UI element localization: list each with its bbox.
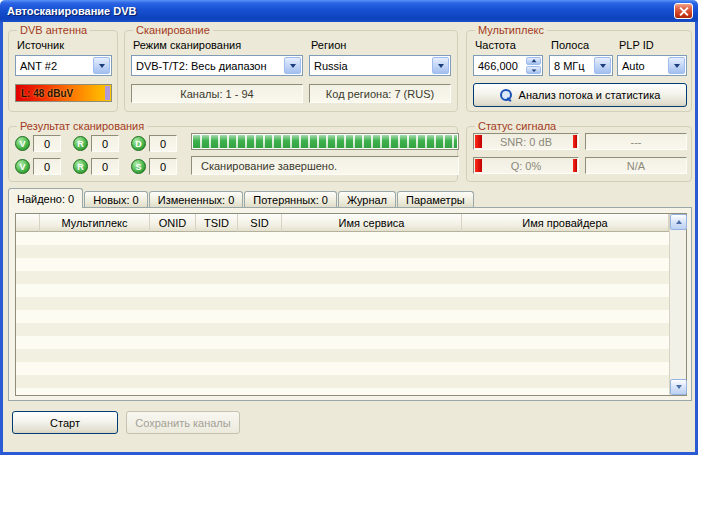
- region-code-text: Код региона: 7 (RUS): [326, 88, 434, 100]
- counter-value: 0: [33, 158, 61, 175]
- meter-min-marker: [475, 135, 482, 148]
- close-icon: [679, 7, 688, 16]
- signal-level-indicator: L: 48 dBuV: [15, 84, 112, 102]
- column-header-service-name[interactable]: Имя сервиса: [282, 214, 462, 232]
- region-code-panel: Код региона: 7 (RUS): [309, 84, 451, 103]
- channels-table[interactable]: Мультиплекс ONID TSID SID Имя сервиса Им…: [15, 213, 687, 396]
- tab-page-found: Мультиплекс ONID TSID SID Имя сервиса Им…: [8, 207, 692, 401]
- scan-progress-fill: [193, 135, 457, 148]
- tab-found[interactable]: Найдено: 0: [8, 188, 83, 208]
- radio-service-icon: R: [73, 136, 88, 151]
- scan-counter-data: D 0: [131, 135, 177, 152]
- frequency-input[interactable]: 466,000: [473, 55, 543, 76]
- scan-counter-radio-2: R 0: [73, 158, 119, 175]
- frequency-label: Частота: [475, 39, 516, 51]
- region-label: Регион: [311, 39, 346, 51]
- group-dvb-antenna: DVB антенна Источник ANT #2 L: 48 dBuV: [8, 30, 118, 112]
- chevron-down-icon[interactable]: [432, 57, 449, 74]
- counter-value: 0: [91, 135, 119, 152]
- spin-down-icon[interactable]: [526, 66, 541, 74]
- scan-counter-tv-1: V 0: [15, 135, 61, 152]
- autoscan-window: Автосканирование DVB DVB антенна Источни…: [0, 0, 698, 455]
- title-bar[interactable]: Автосканирование DVB: [0, 0, 698, 22]
- chevron-down-icon[interactable]: [284, 57, 301, 74]
- magnifier-icon: [500, 89, 513, 102]
- counter-value: 0: [33, 135, 61, 152]
- snr-value-panel: ---: [585, 133, 687, 150]
- analyze-stream-button-label: Анализ потока и статистика: [519, 89, 661, 101]
- group-scan-results-title: Результат сканирования: [17, 120, 147, 132]
- column-header-onid[interactable]: ONID: [150, 214, 196, 232]
- scan-mode-label: Режим сканирования: [133, 39, 241, 51]
- save-channels-button[interactable]: Сохранить каналы: [126, 411, 240, 434]
- group-multiplex-title: Мультиплекс: [475, 24, 547, 36]
- source-label: Источник: [17, 39, 64, 51]
- chevron-down-icon[interactable]: [668, 57, 685, 74]
- region-select[interactable]: Russia: [309, 55, 451, 76]
- plp-id-select[interactable]: Auto: [617, 55, 687, 76]
- signal-level-text: L: 48 dBuV: [16, 88, 73, 99]
- scroll-down-button[interactable]: [670, 379, 687, 395]
- chevron-down-icon[interactable]: [594, 57, 611, 74]
- column-header-multiplex[interactable]: Мультиплекс: [40, 214, 150, 232]
- table-header-row: Мультиплекс ONID TSID SID Имя сервиса Им…: [16, 214, 669, 232]
- tab-new[interactable]: Новых: 0: [84, 191, 148, 207]
- group-dvb-antenna-title: DVB антенна: [17, 24, 90, 36]
- column-header-provider-name[interactable]: Имя провайдера: [462, 214, 669, 232]
- antenna-source-select[interactable]: ANT #2: [15, 55, 112, 76]
- group-multiplex: Мультиплекс Частота 466,000 Полоса 8 МГц…: [466, 30, 692, 112]
- scan-progress-bar: [191, 133, 459, 150]
- meter-max-marker: [573, 159, 577, 172]
- group-scanning-title: Сканирование: [133, 24, 213, 36]
- antenna-source-value: ANT #2: [16, 60, 57, 72]
- snr-value: ---: [631, 136, 642, 148]
- meter-min-marker: [475, 159, 482, 172]
- tv-service-icon: V: [15, 136, 30, 151]
- scan-counter-s: S 0: [131, 158, 177, 175]
- region-value: Russia: [310, 60, 348, 72]
- column-header-tsid[interactable]: TSID: [196, 214, 238, 232]
- counter-value: 0: [91, 158, 119, 175]
- counter-value: 0: [149, 158, 177, 175]
- meter-max-marker: [573, 135, 577, 148]
- snr-label: SNR: 0 dB: [500, 136, 552, 148]
- frequency-value: 466,000: [474, 60, 518, 72]
- quality-value: N/A: [627, 160, 645, 172]
- group-signal-status: Статус сигнала SNR: 0 dB --- Q: 0% N/A: [466, 126, 692, 182]
- bandwidth-select[interactable]: 8 МГц: [549, 55, 613, 76]
- scan-counter-tv-2: V 0: [15, 158, 61, 175]
- tab-parameters[interactable]: Параметры: [397, 191, 474, 207]
- chevron-down-icon[interactable]: [93, 57, 110, 74]
- scan-mode-select[interactable]: DVB-T/T2: Весь диапазон: [131, 55, 303, 76]
- tv-service-icon: V: [15, 159, 30, 174]
- level-peak-marker: [105, 86, 110, 100]
- tab-log[interactable]: Журнал: [338, 191, 396, 207]
- tab-changed[interactable]: Измененных: 0: [149, 191, 244, 207]
- counter-value: 0: [149, 135, 177, 152]
- plp-id-value: Auto: [618, 60, 645, 72]
- spin-up-icon[interactable]: [526, 57, 541, 65]
- column-header-sid[interactable]: SID: [238, 214, 282, 232]
- start-button[interactable]: Старт: [12, 411, 118, 434]
- vertical-scrollbar[interactable]: [669, 214, 686, 395]
- close-button[interactable]: [674, 3, 693, 19]
- scan-status-panel: Сканирование завершено.: [191, 156, 459, 175]
- window-title: Автосканирование DVB: [7, 5, 137, 17]
- snr-meter: SNR: 0 dB: [473, 133, 579, 150]
- s-service-icon: S: [131, 159, 146, 174]
- column-header-icon[interactable]: [16, 214, 40, 232]
- radio-service-icon: R: [73, 159, 88, 174]
- channels-range-text: Каналы: 1 - 94: [180, 88, 253, 100]
- quality-value-panel: N/A: [585, 157, 687, 174]
- analyze-stream-button[interactable]: Анализ потока и статистика: [473, 83, 687, 107]
- group-signal-status-title: Статус сигнала: [475, 120, 559, 132]
- tab-lost[interactable]: Потерянных: 0: [244, 191, 337, 207]
- bandwidth-value: 8 МГц: [550, 60, 585, 72]
- scan-mode-value: DVB-T/T2: Весь диапазон: [132, 60, 267, 72]
- table-body[interactable]: [16, 232, 669, 395]
- scroll-up-button[interactable]: [670, 214, 687, 230]
- scan-counter-radio-1: R 0: [73, 135, 119, 152]
- group-scanning: Сканирование Режим сканирования DVB-T/T2…: [124, 30, 458, 112]
- scan-status-text: Сканирование завершено.: [201, 160, 337, 172]
- channels-range-panel: Каналы: 1 - 94: [131, 84, 303, 103]
